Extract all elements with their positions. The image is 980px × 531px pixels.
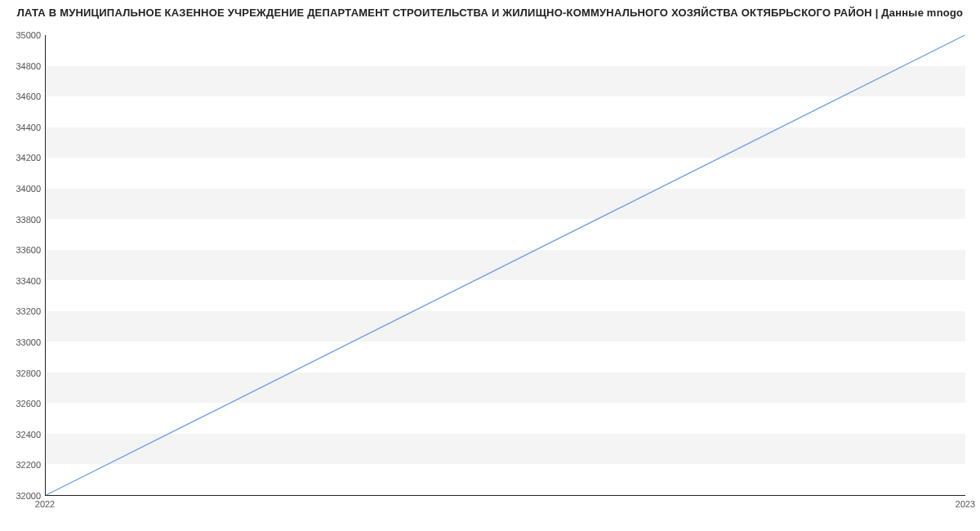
- line-plot: [46, 35, 965, 495]
- y-tick-label: 32200: [5, 460, 41, 470]
- y-tick-label: 35000: [5, 30, 41, 40]
- chart-container: 3200032200324003260032800330003320033400…: [0, 22, 980, 520]
- y-tick-label: 32800: [5, 368, 41, 378]
- y-tick-label: 33000: [5, 337, 41, 347]
- y-tick-label: 33400: [5, 276, 41, 286]
- y-tick-label: 33200: [5, 306, 41, 316]
- y-tick-label: 32600: [5, 399, 41, 408]
- y-tick-label: 34200: [5, 153, 41, 163]
- y-tick-label: 33800: [5, 215, 41, 225]
- y-tick-label: 32400: [5, 430, 41, 440]
- y-tick-label: 34800: [5, 61, 41, 71]
- y-tick-label: 33600: [5, 245, 41, 255]
- y-tick-label: 34600: [5, 91, 41, 101]
- plot-area: [45, 35, 965, 496]
- series-line: [46, 35, 964, 495]
- y-tick-label: 34400: [5, 123, 41, 132]
- y-tick-label: 34000: [5, 184, 41, 194]
- x-tick-label: 2022: [35, 499, 55, 509]
- x-tick-label: 2023: [956, 499, 975, 509]
- chart-title: ЛАТА В МУНИЦИПАЛЬНОЕ КАЗЕННОЕ УЧРЕЖДЕНИЕ…: [0, 0, 980, 22]
